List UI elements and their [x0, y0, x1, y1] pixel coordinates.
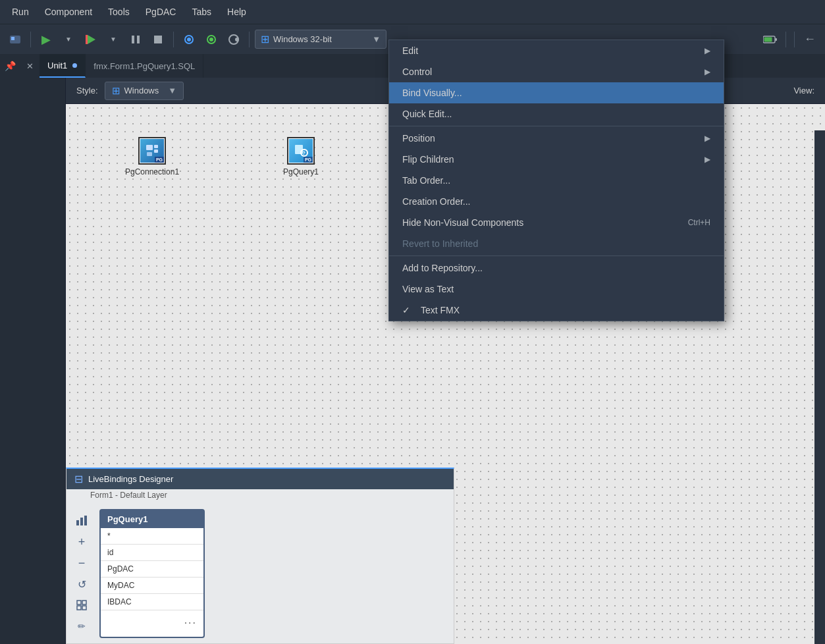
- platform-dropdown[interactable]: ⊞ Windows 32-bit ▼: [255, 30, 386, 49]
- ctx-bind-visually[interactable]: Bind Visually...: [389, 82, 724, 103]
- ctx-view-as-text[interactable]: View as Text: [389, 279, 724, 300]
- svg-text:?: ?: [302, 150, 306, 156]
- ctx-position[interactable]: Position ▶: [389, 128, 724, 149]
- data-card-header: PgQuery1: [101, 510, 203, 528]
- data-card-row-pgdac[interactable]: PgDAC: [101, 561, 203, 577]
- data-card-footer[interactable]: ...: [101, 610, 203, 630]
- ctx-sep-1: [389, 126, 724, 126]
- svg-rect-26: [77, 601, 81, 604]
- ctx-control-arrow: ▶: [705, 67, 710, 76]
- back-button[interactable]: ←: [800, 30, 820, 49]
- style-label: Style:: [76, 86, 98, 95]
- ctx-creation-order-label: Creation Order...: [402, 196, 710, 207]
- ctx-tab-order-label: Tab Order...: [402, 175, 710, 186]
- svg-rect-18: [154, 149, 158, 153]
- ctx-tab-order[interactable]: Tab Order...: [389, 170, 724, 191]
- svg-rect-17: [154, 145, 158, 148]
- data-card-row-mydac[interactable]: MyDAC: [101, 577, 203, 594]
- pgquery1-label: PgQuery1: [283, 167, 319, 176]
- ctx-edit[interactable]: Edit ▶: [389, 40, 724, 61]
- ctx-text-fmx-label: Text FMX: [421, 305, 710, 315]
- lb-tool-add[interactable]: +: [72, 533, 91, 551]
- toolbar-sep-1: [30, 32, 31, 47]
- step-into[interactable]: [201, 30, 221, 49]
- lb-title: LiveBindings Designer: [88, 474, 173, 484]
- run-with-debug[interactable]: [81, 30, 101, 49]
- step-out[interactable]: [224, 30, 244, 49]
- stop-button[interactable]: [148, 30, 168, 49]
- main-area: Style: ⊞ Windows ▼ View:: [0, 78, 825, 644]
- style-dropdown-arrow: ▼: [168, 86, 176, 95]
- svg-rect-29: [82, 606, 86, 610]
- svg-rect-4: [132, 36, 134, 43]
- toolbar-icon-1[interactable]: [5, 30, 25, 49]
- run-dropdown[interactable]: ▼: [59, 30, 78, 49]
- ctx-position-label: Position: [402, 133, 699, 144]
- step-over[interactable]: [179, 30, 199, 49]
- lb-tool-grid[interactable]: [72, 596, 91, 614]
- pgconnection1-component[interactable]: PG PgConnection1: [125, 137, 179, 176]
- menu-pgdac[interactable]: PgDAC: [139, 4, 183, 20]
- tab-unit1[interactable]: Unit1: [40, 54, 86, 78]
- toolbar-sep-5: [794, 32, 795, 47]
- run-button[interactable]: ▶: [36, 30, 56, 49]
- run-with-debug-dropdown[interactable]: ▼: [103, 30, 123, 49]
- ctx-view-as-text-label: View as Text: [402, 284, 710, 294]
- toolbar-sep-2: [173, 32, 174, 47]
- pgquery1-component[interactable]: ? PG PgQuery1: [283, 137, 319, 176]
- ctx-sep-2: [389, 255, 724, 256]
- svg-point-10: [209, 38, 213, 41]
- data-card-pgquery1: PgQuery1 * id PgDAC MyDAC IBDAC ...: [99, 509, 205, 638]
- style-dropdown[interactable]: ⊞ Windows ▼: [105, 82, 184, 100]
- menu-run[interactable]: Run: [5, 4, 36, 20]
- ctx-control[interactable]: Control ▶: [389, 61, 724, 82]
- svg-rect-5: [137, 36, 140, 43]
- ctx-add-repository[interactable]: Add to Repository...: [389, 257, 724, 279]
- lb-tool-undo[interactable]: ↺: [72, 575, 91, 593]
- menu-help[interactable]: Help: [221, 4, 253, 20]
- battery-icon: [760, 30, 780, 49]
- ctx-hide-nonvisual-label: Hide Non-Visual Components: [402, 217, 683, 228]
- tab-unit1-label: Unit1: [47, 61, 67, 70]
- ctx-flip-children[interactable]: Flip Children ▶: [389, 149, 724, 170]
- windows-grid-icon: ⊞: [112, 85, 120, 97]
- ctx-quick-edit[interactable]: Quick Edit...: [389, 103, 724, 124]
- lb-tool-remove[interactable]: −: [72, 554, 91, 572]
- pgconnection1-icon-box: PG: [138, 137, 166, 165]
- tab-close-all-button[interactable]: ✕: [20, 54, 40, 78]
- ctx-bind-visually-label: Bind Visually...: [402, 88, 710, 98]
- tab-unit1-dot: [72, 63, 77, 68]
- ctx-flip-children-label: Flip Children: [402, 154, 699, 165]
- menu-tabs[interactable]: Tabs: [185, 4, 218, 20]
- pause-button[interactable]: [126, 30, 146, 49]
- data-card-row-ibdac[interactable]: IBDAC: [101, 594, 203, 610]
- ctx-text-fmx[interactable]: ✓ Text FMX: [389, 300, 724, 321]
- platform-dropdown-arrow: ▼: [372, 34, 381, 44]
- ctx-hide-nonvisual[interactable]: Hide Non-Visual Components Ctrl+H: [389, 212, 724, 233]
- lb-tool-chart[interactable]: [72, 512, 91, 530]
- ctx-edit-arrow: ▶: [705, 46, 710, 55]
- context-menu: Edit ▶ Control ▶ Bind Visually... Quick …: [388, 40, 724, 321]
- svg-rect-3: [86, 35, 88, 44]
- tab-pin-button[interactable]: 📌: [0, 54, 20, 78]
- data-card-row-star[interactable]: *: [101, 528, 203, 545]
- svg-rect-16: [146, 145, 153, 150]
- svg-point-8: [187, 38, 191, 41]
- svg-rect-24: [80, 518, 83, 525]
- ctx-text-fmx-check: ✓: [402, 305, 410, 315]
- lb-tool-edit[interactable]: ✏: [72, 617, 91, 635]
- tab-pgquery-sql-label: fmx.Form1.PgQuery1.SQL: [93, 61, 195, 71]
- svg-rect-27: [82, 601, 86, 604]
- tab-pgquery-sql[interactable]: fmx.Form1.PgQuery1.SQL: [86, 54, 203, 78]
- right-scrollbar[interactable]: [814, 130, 825, 644]
- platform-label: Windows 32-bit: [273, 34, 332, 44]
- data-card-row-id[interactable]: id: [101, 545, 203, 561]
- svg-point-12: [235, 38, 239, 41]
- style-value: Windows: [124, 86, 159, 95]
- toolbar-sep-4: [785, 32, 786, 47]
- ctx-creation-order[interactable]: Creation Order...: [389, 191, 724, 212]
- ctx-add-repository-label: Add to Repository...: [402, 263, 710, 273]
- ctx-control-label: Control: [402, 67, 699, 77]
- menu-tools[interactable]: Tools: [101, 4, 136, 20]
- menu-component[interactable]: Component: [38, 4, 99, 20]
